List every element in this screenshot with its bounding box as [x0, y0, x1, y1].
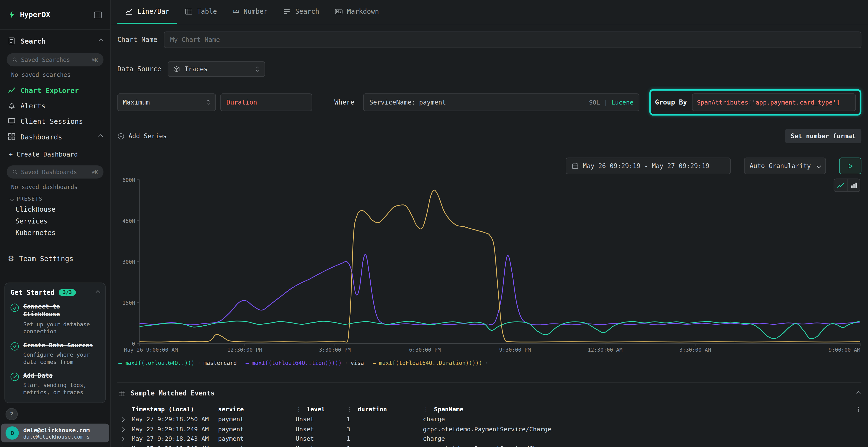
sidebar-preset-kubernetes[interactable]: Kubernetes — [0, 227, 110, 238]
table-cell: payment — [218, 445, 296, 447]
column-resize-handle[interactable]: ⋮ — [346, 406, 352, 413]
aggregation-select[interactable]: Maximum — [117, 94, 216, 111]
sidebar-item-team-settings[interactable]: ⚙ Team Settings — [0, 250, 110, 266]
tab-search[interactable]: Search — [275, 0, 327, 24]
get-started-item-title: Add Data — [23, 372, 100, 380]
field-input[interactable]: Duration — [220, 94, 312, 111]
tab-table[interactable]: Table — [177, 0, 225, 24]
chevron-up-icon[interactable] — [96, 290, 100, 295]
group-by-input[interactable]: SpanAttributes['app.payment.card_type'] — [692, 94, 856, 111]
events-header: Sample Matched Events — [117, 389, 862, 397]
column-header-service[interactable]: service — [218, 406, 296, 413]
chevron-up-icon[interactable] — [856, 391, 861, 396]
row-expand-icon[interactable] — [117, 435, 132, 442]
sql-toggle[interactable]: SQL — [589, 99, 600, 106]
table-row[interactable]: May 27 9:29:18.249 AMpaymentUnset3grpc.o… — [117, 424, 862, 434]
tab-number[interactable]: 123Number — [225, 0, 275, 24]
user-text: dale@clickhouse.com dale@clickhouse.com'… — [23, 426, 90, 439]
y-axis-label: 150M — [123, 300, 135, 306]
get-started-item-create-data-sources[interactable]: Create Data SourcesConfigure where your … — [10, 342, 100, 365]
tab-markdown[interactable]: Markdown — [327, 0, 386, 24]
presets-header[interactable]: PRESETS — [10, 196, 110, 202]
chart-name-field — [164, 32, 861, 48]
add-series-label: Add Series — [128, 132, 167, 140]
column-header-timestamp-local[interactable]: Timestamp (Local) — [132, 406, 218, 413]
table-cell: Unset — [296, 435, 346, 442]
run-query-button[interactable] — [839, 158, 862, 174]
get-started-header[interactable]: Get Started 3/3 — [10, 288, 100, 296]
legend-swatch: — — [246, 360, 249, 366]
aggregation-value: Maximum — [123, 99, 150, 106]
monitor-icon — [8, 117, 16, 125]
sidebar-item-client-sessions[interactable]: Client Sessions — [0, 113, 110, 129]
lucene-toggle[interactable]: Lucene — [612, 99, 633, 106]
row-expand-icon[interactable] — [117, 445, 132, 447]
column-resize-handle[interactable]: ⋮ — [423, 406, 429, 413]
sidebar-preset-clickhouse[interactable]: ClickHouse — [0, 204, 110, 215]
line-chart-icon — [8, 86, 16, 94]
presets-list: ClickHouseServicesKubernetes — [0, 204, 110, 238]
column-header-level[interactable]: ⋮level — [296, 406, 346, 413]
row-expand-icon[interactable] — [117, 416, 132, 423]
legend-separator: · — [485, 360, 488, 366]
sidebar: HyperDX Search Saved Searches ⌘K No save… — [0, 0, 111, 447]
check-icon — [10, 342, 19, 350]
saved-dashboards-input[interactable]: Saved Dashboards ⌘K — [7, 165, 104, 178]
get-started-item-add-data[interactable]: Add DataStart sending logs, metrics, or … — [10, 372, 100, 396]
create-dashboard-button[interactable]: + Create Dashboard — [0, 148, 110, 161]
sidebar-item-dashboards[interactable]: Dashboards — [0, 129, 110, 144]
sidebar-item-search[interactable]: Search — [0, 30, 110, 52]
tab-label: Search — [295, 7, 319, 15]
chevron-up-icon[interactable] — [98, 134, 103, 139]
sidebar-item-chart-explorer[interactable]: Chart Explorer — [0, 82, 110, 98]
table-row[interactable]: May 27 9:29:18.243 AMpaymentUnset1charge — [117, 434, 862, 444]
chevron-right-icon — [120, 437, 125, 442]
legend-separator: · — [197, 360, 200, 366]
grid-icon — [8, 133, 16, 140]
data-source-select[interactable]: Traces — [168, 61, 266, 77]
plot-area[interactable]: May 26 9:00:00 AM12:30:00 PM3:30:00 PM6:… — [140, 180, 860, 343]
select-chevrons-icon — [255, 66, 260, 72]
table-options-icon[interactable]: ⋮ — [851, 406, 861, 413]
column-resize-handle[interactable]: ⋮ — [296, 406, 302, 413]
table-row[interactable]: May 27 9:29:18.250 AMpaymentUnset1charge — [117, 415, 862, 424]
user-menu[interactable]: D dale@clickhouse.com dale@clickhouse.co… — [1, 424, 109, 442]
collapse-sidebar-icon[interactable] — [94, 10, 102, 19]
where-label: Where — [334, 99, 354, 106]
sidebar-item-alerts[interactable]: Alerts — [0, 98, 110, 113]
check-icon — [10, 373, 19, 381]
row-expand-icon[interactable] — [117, 425, 132, 433]
language-divider: | — [604, 99, 607, 106]
get-started-item-desc: Start sending logs, metrics, or traces — [23, 382, 100, 396]
where-input[interactable]: ServiceName: payment SQL | Lucene — [363, 94, 640, 111]
x-axis-label: 9:30:00 PM — [499, 347, 531, 353]
set-number-format-button[interactable]: Set number format — [785, 129, 861, 143]
get-started-item-connect-to-clickhouse[interactable]: Connect to ClickHouseSet up your databas… — [10, 303, 100, 335]
add-series-button[interactable]: Add Series — [117, 132, 167, 140]
column-header-spanname[interactable]: ⋮SpanName — [423, 406, 851, 413]
chevron-right-icon — [120, 417, 125, 422]
table-cell: Unset — [296, 416, 346, 423]
x-axis-label: May 26 9:00:00 AM — [124, 347, 178, 353]
sidebar-item-label: Client Sessions — [21, 117, 83, 125]
saved-searches-placeholder: Saved Searches — [21, 56, 70, 63]
tab-label: Number — [244, 7, 268, 15]
get-started-item-text: Create Data SourcesConfigure where your … — [23, 342, 100, 365]
get-started-items: Connect to ClickHouseSet up your databas… — [10, 303, 100, 396]
saved-searches-input[interactable]: Saved Searches ⌘K — [7, 53, 104, 66]
table-row[interactable]: May 27 9:29:18.243 AMpaymentUnset1grpc.o… — [117, 444, 862, 447]
no-saved-dashboards-text: No saved dashboards — [11, 183, 110, 190]
logo[interactable]: HyperDX — [8, 10, 50, 19]
chart-name-input[interactable] — [170, 36, 855, 44]
chevron-down-icon — [9, 197, 14, 201]
table-icon — [118, 389, 126, 397]
tab-line-bar[interactable]: Line/Bar — [117, 0, 177, 24]
date-range-picker[interactable]: May 26 09:29:19 - May 27 09:29:19 — [566, 158, 731, 174]
legend-item: —maxIf(toFloat64O..Duration)))))· — [373, 360, 491, 366]
sidebar-preset-services[interactable]: Services — [0, 215, 110, 227]
table-icon — [185, 7, 192, 15]
help-button[interactable]: ? — [5, 408, 18, 420]
chevron-up-icon[interactable] — [98, 38, 103, 43]
column-header-duration[interactable]: ⋮duration — [346, 406, 423, 413]
granularity-select[interactable]: Auto Granularity — [744, 158, 826, 174]
